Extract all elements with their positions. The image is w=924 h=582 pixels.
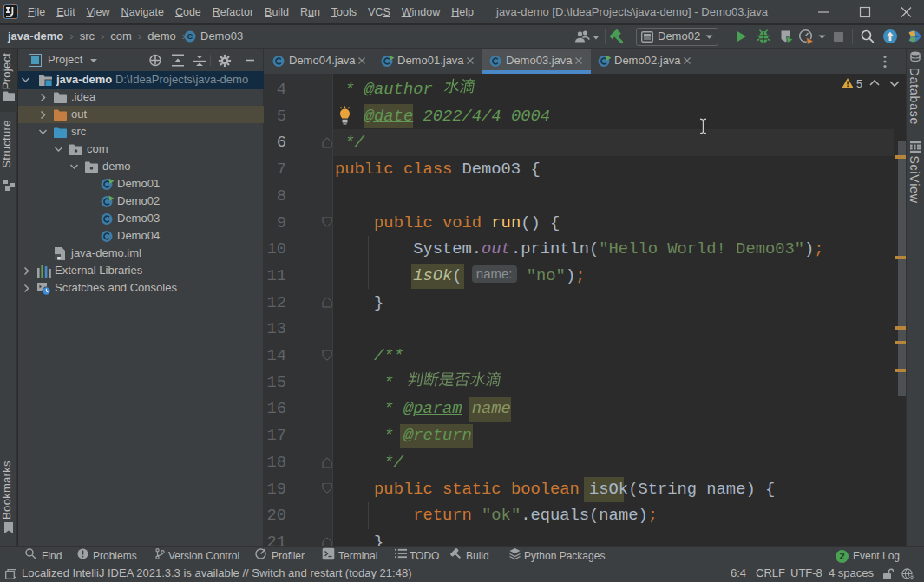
svg-text:5: 5 (856, 78, 862, 90)
svg-text:C: C (187, 32, 193, 41)
